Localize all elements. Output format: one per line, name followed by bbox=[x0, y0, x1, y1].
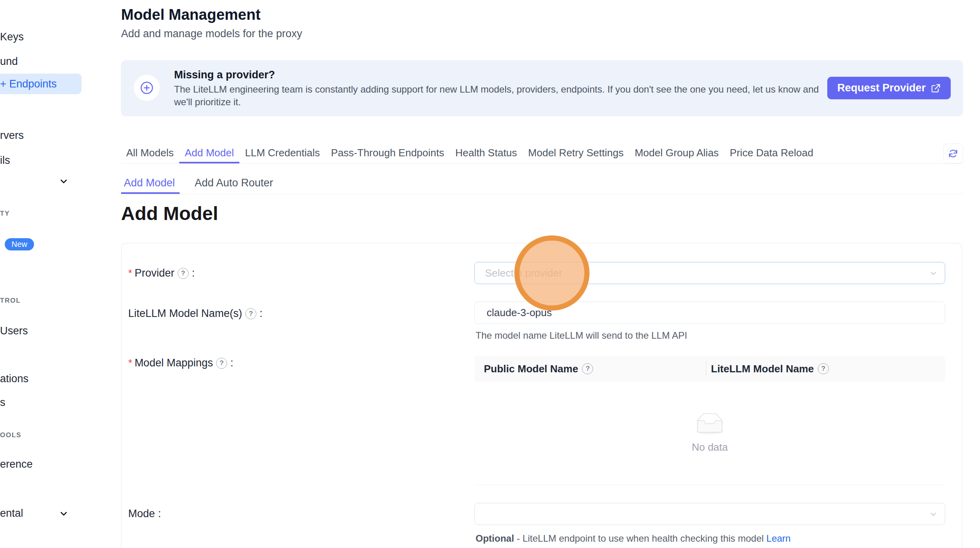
sidebar-item-label: und bbox=[0, 55, 18, 67]
column-public-model-name: Public Model Name bbox=[474, 363, 706, 375]
external-link-icon bbox=[931, 83, 941, 93]
refresh-button[interactable] bbox=[943, 144, 963, 163]
mode-helper-text: - LiteLLM endpoint to use when health ch… bbox=[517, 533, 764, 544]
sidebar-item-label: Users bbox=[0, 325, 28, 337]
mode-select[interactable] bbox=[474, 503, 945, 525]
sidebar-item-label: s bbox=[0, 396, 6, 408]
help-icon[interactable] bbox=[178, 268, 189, 279]
required-asterisk: * bbox=[128, 267, 132, 279]
sidebar-item-label: ental bbox=[0, 507, 23, 519]
page-title: Model Management bbox=[121, 6, 261, 23]
request-provider-label: Request Provider bbox=[837, 82, 926, 94]
refresh-icon bbox=[948, 148, 958, 159]
sidebar-item-experimental[interactable]: ental bbox=[0, 507, 23, 520]
sidebar-section-observability: TY bbox=[0, 210, 10, 218]
chevron-down-icon[interactable] bbox=[59, 177, 68, 187]
missing-provider-banner: Missing a provider? The LiteLLM engineer… bbox=[121, 60, 963, 116]
add-model-form-card: * Provider Select a provider LiteLLM Mod… bbox=[121, 243, 962, 548]
add-model-heading: Add Model bbox=[121, 203, 218, 224]
sidebar-item-models-endpoints[interactable]: + Endpoints bbox=[0, 74, 82, 94]
provider-select[interactable]: Select a provider bbox=[474, 262, 945, 284]
sidebar-item-label: ils bbox=[0, 154, 10, 166]
tab-model-group-alias[interactable]: Model Group Alias bbox=[629, 144, 724, 163]
tab-price-data-reload[interactable]: Price Data Reload bbox=[724, 144, 819, 163]
no-data-text: No data bbox=[692, 441, 728, 453]
column-litellm-model-name: LiteLLM Model Name bbox=[706, 361, 945, 376]
sidebar-item-virtual-keys[interactable]: Keys bbox=[0, 31, 24, 43]
model-name-value: claude-3-opus bbox=[487, 307, 552, 319]
help-icon[interactable] bbox=[216, 358, 227, 369]
plus-circle-icon bbox=[134, 75, 160, 101]
new-badge: New bbox=[5, 238, 34, 250]
tab-health-status[interactable]: Health Status bbox=[450, 144, 523, 163]
required-asterisk: * bbox=[128, 357, 132, 369]
model-name-label: LiteLLM Model Name(s) bbox=[128, 307, 263, 320]
help-icon[interactable] bbox=[245, 308, 256, 319]
sidebar-item-guardrails[interactable]: ils bbox=[0, 154, 10, 167]
chevron-down-icon[interactable] bbox=[59, 509, 68, 520]
subtab-add-model[interactable]: Add Model bbox=[121, 173, 180, 194]
banner-text-line2: we'll prioritize it. bbox=[174, 97, 241, 108]
empty-inbox-icon bbox=[693, 413, 727, 437]
provider-select-placeholder: Select a provider bbox=[485, 267, 562, 279]
model-name-helper: The model name LiteLLM will send to the … bbox=[476, 330, 687, 341]
mappings-empty-state: No data bbox=[474, 382, 945, 485]
help-icon[interactable] bbox=[818, 363, 829, 374]
sidebar-item-mcp-servers[interactable]: rvers bbox=[0, 129, 24, 142]
page-subtitle: Add and manage models for the proxy bbox=[121, 28, 302, 40]
sidebar-item-organizations[interactable]: ations bbox=[0, 373, 28, 385]
mode-helper: Optional - LiteLLM endpoint to use when … bbox=[476, 533, 790, 544]
sidebar-item-internal-users[interactable]: Users bbox=[0, 325, 28, 337]
model-tabs: All Models Add Model LLM Credentials Pas… bbox=[121, 144, 963, 164]
mode-helper-prefix: Optional bbox=[476, 533, 514, 544]
mappings-table-header: Public Model Name LiteLLM Model Name bbox=[474, 356, 945, 382]
mode-label: Mode bbox=[128, 508, 161, 520]
banner-title: Missing a provider? bbox=[174, 69, 275, 81]
help-icon[interactable] bbox=[582, 363, 593, 374]
tab-add-model[interactable]: Add Model bbox=[179, 144, 239, 163]
sidebar-item-label: + Endpoints bbox=[0, 78, 57, 90]
tab-model-retry-settings[interactable]: Model Retry Settings bbox=[523, 144, 629, 163]
request-provider-button[interactable]: Request Provider bbox=[827, 77, 951, 99]
sidebar-section-access-control: TROL bbox=[0, 297, 21, 305]
chevron-down-icon bbox=[929, 269, 938, 279]
sidebar-item-teams[interactable]: s bbox=[0, 396, 6, 409]
subtab-add-auto-router[interactable]: Add Auto Router bbox=[195, 173, 273, 194]
provider-label: * Provider bbox=[128, 267, 195, 279]
chevron-down-icon bbox=[929, 510, 938, 520]
sidebar-item-label: ations bbox=[0, 373, 28, 385]
tab-pass-through-endpoints[interactable]: Pass-Through Endpoints bbox=[326, 144, 450, 163]
tab-all-models[interactable]: All Models bbox=[121, 144, 179, 163]
sidebar-section-tools: OOLS bbox=[0, 431, 21, 439]
tab-llm-credentials[interactable]: LLM Credentials bbox=[239, 144, 325, 163]
sidebar-item-api-reference[interactable]: erence bbox=[0, 458, 33, 470]
sidebar-item-playground[interactable]: und bbox=[0, 55, 18, 68]
banner-text-line1: The LiteLLM engineering team is constant… bbox=[174, 84, 819, 95]
sidebar-item-label: erence bbox=[0, 458, 33, 470]
model-mappings-table: Public Model Name LiteLLM Model Name bbox=[474, 356, 945, 485]
model-name-input[interactable]: claude-3-opus bbox=[474, 301, 945, 324]
model-mappings-label: * Model Mappings bbox=[128, 357, 233, 369]
sidebar-item-label: rvers bbox=[0, 129, 24, 141]
add-model-subtabs: Add Model Add Auto Router bbox=[121, 173, 963, 194]
sidebar-item-label: Keys bbox=[0, 31, 24, 43]
learn-link[interactable]: Learn bbox=[766, 533, 790, 544]
